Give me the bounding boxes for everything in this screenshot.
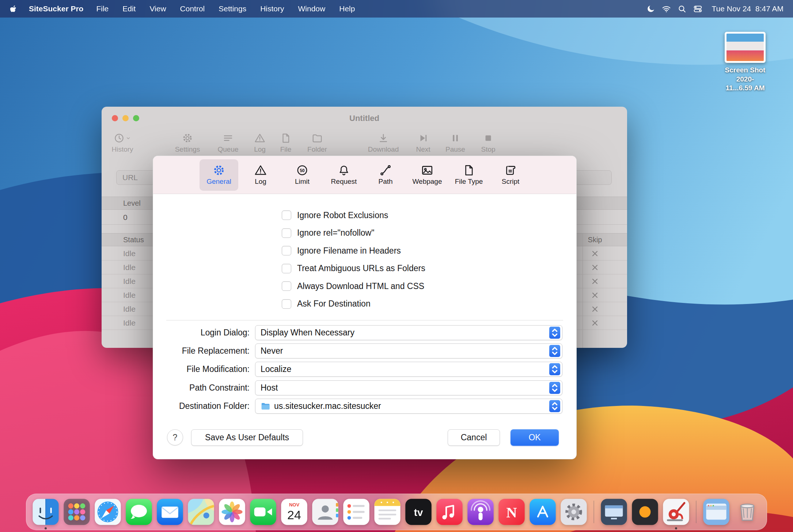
- checkbox-ignore-robot-exclusions[interactable]: [282, 210, 291, 220]
- dock-orange-app-icon[interactable]: [631, 498, 659, 526]
- ok-button[interactable]: OK: [511, 429, 559, 446]
- checkbox-treat-ambiguous-urls-as-folders[interactable]: [282, 264, 291, 273]
- row-skip-button[interactable]: [591, 319, 599, 327]
- dock-separator: [696, 501, 697, 523]
- dock-launchpad-icon[interactable]: [62, 498, 91, 526]
- checkbox-always-download-html-and-css[interactable]: [282, 281, 291, 291]
- control-center-icon[interactable]: [693, 4, 702, 14]
- menu-history[interactable]: History: [253, 4, 291, 13]
- select-file-replacement[interactable]: Never: [255, 343, 562, 358]
- dock-safari-icon[interactable]: [94, 498, 122, 526]
- zoom-button[interactable]: [133, 115, 139, 121]
- row-status: Idle: [123, 277, 136, 286]
- bell-icon: [338, 164, 350, 176]
- select-login-dialog[interactable]: Display When Necessary: [255, 325, 562, 340]
- dock-system-preferences-icon[interactable]: [559, 498, 588, 526]
- row-skip-button[interactable]: [591, 277, 599, 286]
- checkbox-ignore-rel-nofollow[interactable]: [282, 228, 291, 238]
- wifi-icon[interactable]: [662, 4, 671, 14]
- tab-path[interactable]: Path: [366, 159, 405, 191]
- dock-maps-icon[interactable]: [187, 498, 215, 526]
- menu-edit[interactable]: Edit: [115, 4, 143, 13]
- toolbar-stop-button[interactable]: Stop: [468, 132, 508, 153]
- row-skip-button[interactable]: [591, 291, 599, 300]
- menu-help[interactable]: Help: [332, 4, 362, 13]
- desktop-file-screenshot[interactable]: Screen Shot 2020-11...6.59 AM: [725, 32, 766, 93]
- dock-calendar-icon[interactable]: NOV24: [280, 498, 308, 526]
- download-icon: [378, 133, 389, 144]
- tab-general[interactable]: General: [200, 159, 238, 191]
- webpage-icon: [421, 164, 433, 176]
- traffic-lights: [112, 115, 139, 121]
- help-button[interactable]: ?: [167, 429, 183, 445]
- menu-file[interactable]: File: [89, 4, 115, 13]
- dock-messages-icon[interactable]: [125, 498, 153, 526]
- moon-icon[interactable]: [646, 4, 655, 14]
- dock-screen-sharing-icon[interactable]: [600, 498, 628, 526]
- toolbar-download-button[interactable]: Download: [363, 132, 403, 153]
- dock-photos-icon[interactable]: [218, 498, 246, 526]
- dialog-divider: [166, 320, 563, 320]
- cancel-button[interactable]: Cancel: [448, 429, 500, 446]
- tab-label: General: [206, 178, 231, 186]
- dock-tv-icon[interactable]: tv: [404, 498, 433, 526]
- svg-text:50: 50: [300, 168, 305, 173]
- tab-label: Log: [255, 178, 266, 186]
- dock-facetime-icon[interactable]: [249, 498, 277, 526]
- path-icon: [379, 164, 392, 176]
- checkbox-ignore-filename-in-headers[interactable]: [282, 246, 291, 255]
- svg-text:24: 24: [287, 508, 301, 522]
- row-status: Idle: [123, 249, 136, 258]
- row-skip-button[interactable]: [591, 305, 599, 314]
- toolbar-history-button[interactable]: History: [102, 132, 143, 153]
- dock-news-icon[interactable]: N: [497, 498, 526, 526]
- tab-request[interactable]: Request: [325, 159, 363, 191]
- tab-webpage[interactable]: Webpage: [408, 159, 447, 191]
- toolbar-folder-button[interactable]: Folder: [297, 132, 337, 153]
- select-path-constraint[interactable]: Host: [255, 380, 562, 395]
- dock-finder-icon[interactable]: [31, 498, 60, 526]
- dock-music-icon[interactable]: [435, 498, 464, 526]
- tab-script[interactable]: Script: [491, 159, 530, 191]
- dock-mail-icon[interactable]: [156, 498, 184, 526]
- dock-app-store-icon[interactable]: [528, 498, 557, 526]
- minimize-button[interactable]: [122, 115, 129, 121]
- tab-log[interactable]: Log: [241, 159, 280, 191]
- dock-trash-icon[interactable]: [733, 498, 762, 526]
- pause-icon: [450, 133, 461, 144]
- dock-minimized-window-icon[interactable]: [702, 498, 731, 526]
- row-skip-button[interactable]: [591, 263, 599, 272]
- dock-sitesucker-icon[interactable]: [662, 498, 690, 526]
- checkbox-row: Treat Ambiguous URLs as Folders: [282, 260, 562, 278]
- select-destination-folder[interactable]: us.sitesucker.mac.sitesucker: [255, 399, 562, 414]
- apple-logo-icon[interactable]: [10, 5, 18, 13]
- dock-contacts-icon[interactable]: [311, 498, 339, 526]
- tab-file-type[interactable]: File Type: [449, 159, 488, 191]
- menu-bar-clock[interactable]: Tue Nov 24 8:47 AM: [712, 4, 784, 13]
- tab-limit[interactable]: 50Limit: [283, 159, 322, 191]
- select-value: Display When Necessary: [261, 328, 549, 338]
- tab-label: Request: [331, 178, 357, 186]
- dock-notes-icon[interactable]: [373, 498, 402, 526]
- row-status: Idle: [123, 319, 136, 327]
- search-icon[interactable]: [678, 4, 687, 14]
- general-field-list: Login Dialog:Display When NecessaryFile …: [153, 323, 562, 415]
- menu-settings[interactable]: Settings: [212, 4, 253, 13]
- dock-podcasts-icon[interactable]: [466, 498, 495, 526]
- skip-header: Skip: [577, 236, 613, 244]
- select-file-modification[interactable]: Localize: [255, 362, 562, 377]
- menu-items: FileEditViewControlSettingsHistoryWindow…: [89, 4, 362, 13]
- row-skip-button[interactable]: [591, 249, 599, 258]
- menu-control[interactable]: Control: [173, 4, 212, 13]
- close-button[interactable]: [112, 115, 118, 121]
- dock-items: NOV24tvN: [31, 498, 762, 526]
- folder-icon: [312, 133, 323, 144]
- checkbox-ask-for-destination[interactable]: [282, 299, 291, 309]
- toolbar-settings-button[interactable]: Settings: [167, 132, 208, 153]
- dock-reminders-icon[interactable]: [342, 498, 371, 526]
- field-label: File Replacement:: [153, 346, 250, 356]
- menu-view[interactable]: View: [143, 4, 173, 13]
- active-app-name[interactable]: SiteSucker Pro: [29, 4, 83, 13]
- menu-window[interactable]: Window: [291, 4, 333, 13]
- save-as-user-defaults-button[interactable]: Save As User Defaults: [191, 429, 303, 446]
